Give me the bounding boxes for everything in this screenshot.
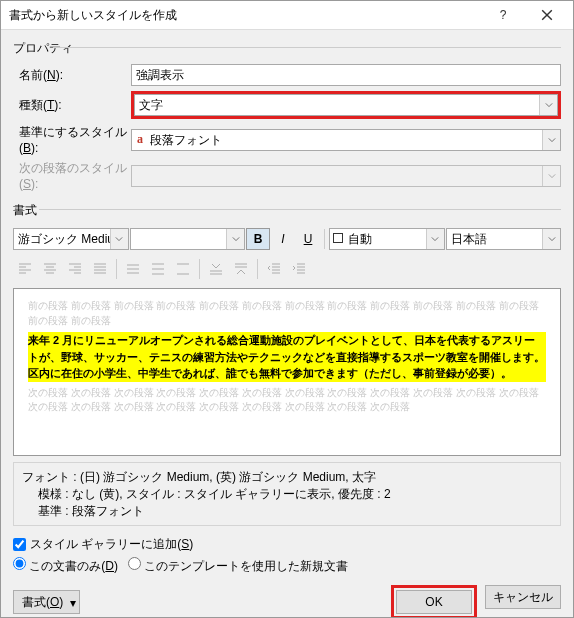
divider [257,259,258,279]
color-swatch-icon [333,233,343,243]
type-select[interactable]: 文字 [134,94,558,116]
base-label: 基準にするスタイル(B): [13,124,131,155]
chevron-down-icon [542,130,560,150]
ok-button[interactable]: OK [396,590,472,614]
linespace-1-icon [121,258,145,280]
name-label: 名前(N): [13,67,131,84]
close-icon [541,9,553,21]
divider [39,209,561,210]
base-select[interactable]: 段落フォント [131,129,561,151]
italic-button[interactable]: I [271,228,295,250]
chevron-down-icon [226,229,244,249]
paragraph-toolbar [13,258,561,280]
space-after-icon [229,258,253,280]
divider [324,229,325,249]
titlebar: 書式から新しいスタイルを作成 ? [1,1,573,30]
ok-highlight: OK [391,585,477,618]
chevron-down-icon [542,229,560,249]
type-select-highlight: 文字 [131,91,561,119]
indent-dec-icon [262,258,286,280]
align-center-icon [38,258,62,280]
radio-template[interactable]: このテンプレートを使用した新規文書 [128,557,348,575]
space-before-icon [204,258,228,280]
linespace-15-icon [146,258,170,280]
divider [53,47,561,48]
help-button[interactable]: ? [481,1,525,29]
preview-ghost-after: 次の段落 次の段落 次の段落 次の段落 次の段落 次の段落 次の段落 次の段落 … [28,386,546,415]
properties-group-label: プロパティ [13,41,73,55]
font-icon: a [137,132,143,147]
align-justify-icon [88,258,112,280]
align-left-icon [13,258,37,280]
close-button[interactable] [525,1,569,29]
type-label: 種類(T): [13,97,131,114]
next-select [131,165,561,187]
bold-button[interactable]: B [246,228,270,250]
chevron-down-icon [426,229,444,249]
radio-doc-only[interactable]: この文書のみ(D) [13,557,118,575]
preview-pane: 前の段落 前の段落 前の段落 前の段落 前の段落 前の段落 前の段落 前の段落 … [13,288,561,456]
format-group-label: 書式 [13,203,37,217]
chevron-down-icon [542,166,560,186]
gallery-checkbox[interactable] [13,538,26,551]
divider [116,259,117,279]
cancel-button[interactable]: キャンセル [485,585,561,609]
underline-button[interactable]: U [296,228,320,250]
divider [199,259,200,279]
next-label: 次の段落のスタイル(S): [13,160,131,191]
chevron-down-icon: ▾ [70,596,76,610]
chevron-down-icon [539,95,557,115]
style-description: フォント : (日) 游ゴシック Medium, (英) 游ゴシック Mediu… [13,462,561,526]
name-input[interactable] [131,64,561,86]
preview-ghost-before: 前の段落 前の段落 前の段落 前の段落 前の段落 前の段落 前の段落 前の段落 … [28,299,546,328]
gallery-label: スタイル ギャラリーに追加(S) [30,536,193,553]
preview-sample-text: 来年 2 月にリニューアルオープンされる総合運動施設のプレイベントとして、日本を… [28,332,546,382]
indent-inc-icon [287,258,311,280]
chevron-down-icon [110,229,128,249]
align-right-icon [63,258,87,280]
window-title: 書式から新しいスタイルを作成 [9,7,481,24]
linespace-2-icon [171,258,195,280]
